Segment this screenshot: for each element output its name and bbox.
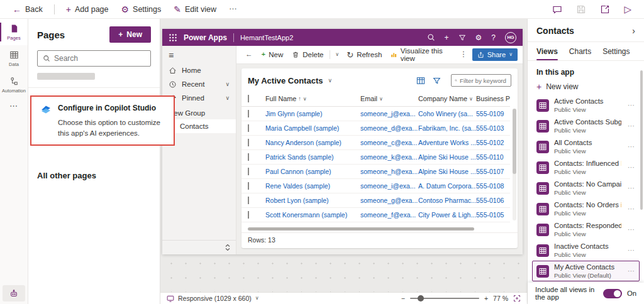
keyword-filter-input[interactable] — [460, 77, 508, 84]
rail-item-data[interactable]: Data — [0, 45, 28, 72]
cell-phone[interactable]: 555-0109 — [476, 110, 510, 117]
view-more-button[interactable]: ⋯ — [626, 247, 635, 254]
view-more-button[interactable]: ⋯ — [626, 143, 635, 150]
save-icon[interactable] — [576, 4, 586, 14]
pages-search-box[interactable] — [37, 50, 151, 67]
rail-more-button[interactable]: ⋯ — [0, 98, 28, 114]
view-list-item[interactable]: Contacts: No Campaig... Public View ⋯ — [532, 178, 640, 198]
panel-scrollbar[interactable] — [640, 70, 643, 210]
canvas-size-selector[interactable]: Responsive (1029 x 660) — [178, 295, 252, 302]
cell-phone[interactable]: 555-0106 — [476, 197, 510, 204]
cell-phone[interactable]: 555-0105 — [476, 211, 510, 219]
panel-tab[interactable]: Views — [536, 47, 558, 60]
cell-company[interactable]: Coho Winery (sa... — [418, 110, 476, 117]
settings-gear-icon[interactable]: ⚙ — [475, 34, 482, 41]
view-more-button[interactable]: ⋯ — [626, 122, 635, 129]
zoom-slider[interactable] — [410, 298, 479, 299]
table-row[interactable]: Jim Glynn (sample) someone_j@exa... Coho… — [242, 107, 510, 121]
select-all-checkbox[interactable] — [248, 95, 249, 102]
cell-full-name[interactable]: Nancy Anderson (sample) — [265, 139, 360, 146]
cell-email[interactable]: someone_k@exa... — [360, 153, 418, 161]
table-row[interactable]: Patrick Sands (sample) someone_k@exa... … — [242, 150, 510, 165]
cell-full-name[interactable]: Patrick Sands (sample) — [265, 153, 360, 161]
view-list-item[interactable]: My Active Contacts Public View (Default)… — [532, 261, 640, 281]
cell-company[interactable]: City Power & Ligh... — [418, 211, 476, 219]
rail-item-pages[interactable]: Pages — [0, 19, 28, 45]
row-checkbox[interactable] — [248, 110, 249, 117]
cell-company[interactable]: Alpine Ski House ... — [418, 168, 476, 175]
filter-icon[interactable] — [458, 34, 466, 41]
cell-company[interactable]: A. Datum Corpora... — [418, 182, 476, 190]
view-more-button[interactable]: ⋯ — [626, 102, 635, 109]
cell-email[interactable]: someone_g@exa... — [360, 197, 418, 204]
nav-item-home[interactable]: Home — [162, 63, 236, 77]
table-row[interactable]: Scott Konersmann (sample) someone_f@exa.… — [242, 208, 510, 222]
fit-to-screen-icon[interactable] — [513, 295, 521, 302]
new-view-button[interactable]: + New view — [528, 78, 644, 95]
column-header[interactable]: Company Name∨ — [418, 95, 476, 102]
cell-phone[interactable]: 555-0103 — [476, 124, 510, 132]
cell-full-name[interactable]: Jim Glynn (sample) — [265, 110, 360, 117]
column-header[interactable]: Full Name↑∨ — [265, 95, 360, 102]
page-item-redacted[interactable] — [37, 73, 95, 80]
cell-full-name[interactable]: Robert Lyon (sample) — [265, 197, 360, 204]
view-selector[interactable]: My Active Contacts — [248, 76, 323, 85]
edit-columns-icon[interactable] — [416, 77, 425, 85]
edit-filters-icon[interactable] — [433, 77, 441, 85]
cell-email[interactable]: someone_f@exa... — [360, 211, 418, 219]
cell-full-name[interactable]: Paul Cannon (sample) — [265, 168, 360, 175]
view-list-item[interactable]: All Contacts Public View ⋯ — [532, 136, 640, 157]
column-header[interactable]: Email∨ — [360, 95, 418, 102]
view-more-button[interactable]: ⋯ — [626, 164, 635, 171]
row-checkbox[interactable] — [248, 197, 249, 204]
cell-full-name[interactable]: Rene Valdes (sample) — [265, 182, 360, 190]
row-checkbox[interactable] — [248, 124, 249, 132]
zoom-in-button[interactable]: + — [484, 295, 488, 302]
back-button[interactable]: ← Back — [8, 3, 48, 16]
share-button[interactable]: Share ∨ — [472, 48, 518, 61]
cmd-refresh-button[interactable]: ↻ Refresh — [343, 49, 386, 61]
settings-button[interactable]: ⚙ Settings — [116, 3, 167, 16]
table-row[interactable]: Nancy Anderson (sample) someone_c@exa...… — [242, 136, 510, 150]
view-more-button[interactable]: ⋯ — [626, 268, 635, 274]
help-icon[interactable]: ? — [491, 34, 496, 41]
copilot-studio-callout[interactable]: Configure in Copilot Studio Choose this … — [30, 95, 175, 146]
collapse-panel-icon[interactable]: › — [632, 26, 635, 35]
cell-phone[interactable]: 555-0108 — [476, 182, 510, 190]
cell-full-name[interactable]: Scott Konersmann (sample) — [265, 211, 360, 219]
table-row[interactable]: Maria Campbell (sample) someone_d@exa...… — [242, 121, 510, 136]
view-list-item[interactable]: Inactive Contacts Public View ⋯ — [532, 240, 640, 261]
sitemap-toggle-icon[interactable]: ≡ — [162, 46, 236, 63]
pages-search-input[interactable] — [54, 54, 130, 63]
cmd-visualize-button[interactable]: Visualize this view — [387, 45, 455, 64]
view-more-button[interactable]: ⋯ — [626, 185, 635, 192]
cell-company[interactable]: Contoso Pharmac... — [418, 197, 476, 204]
view-list-item[interactable]: Contacts: No Orders i... Public View ⋯ — [532, 198, 640, 219]
delete-split-chevron[interactable]: ∨ — [333, 50, 341, 59]
cell-email[interactable]: someone_i@exa... — [360, 182, 418, 190]
publish-icon[interactable] — [600, 4, 610, 14]
view-more-button[interactable]: ⋯ — [626, 226, 635, 233]
edit-view-button[interactable]: ✎ Edit view — [169, 3, 221, 16]
cell-company[interactable]: Alpine Ski House ... — [418, 153, 476, 161]
table-row[interactable]: Rene Valdes (sample) someone_i@exa... A.… — [242, 179, 510, 193]
view-list-item[interactable]: Contacts: Responded t... Public View ⋯ — [532, 219, 640, 240]
search-icon[interactable] — [427, 33, 435, 41]
column-header[interactable]: Business Ph...∨ — [476, 95, 510, 102]
view-list-item[interactable]: Active Contacts Public View ⋯ — [532, 95, 640, 116]
include-all-views-toggle[interactable] — [603, 289, 622, 298]
app-brand[interactable]: Power Apps — [184, 33, 227, 42]
cell-full-name[interactable]: Maria Campbell (sample) — [265, 124, 360, 132]
row-checkbox[interactable] — [248, 182, 249, 190]
agent-button[interactable] — [3, 285, 25, 301]
toolbar-more-button[interactable]: ⋯ — [224, 3, 242, 16]
rail-item-automation[interactable]: Automation — [0, 72, 28, 98]
row-checkbox[interactable] — [248, 168, 249, 175]
row-checkbox[interactable] — [248, 211, 249, 219]
cell-company[interactable]: Adventure Works ... — [418, 139, 476, 146]
table-row[interactable]: Paul Cannon (sample) someone_h@exa... Al… — [242, 165, 510, 179]
cell-email[interactable]: someone_c@exa... — [360, 139, 418, 146]
view-list-item[interactable]: Active Contacts Subgr... Public View ⋯ — [532, 116, 640, 136]
cell-email[interactable]: someone_j@exa... — [360, 110, 418, 117]
view-more-button[interactable]: ⋯ — [626, 205, 635, 212]
